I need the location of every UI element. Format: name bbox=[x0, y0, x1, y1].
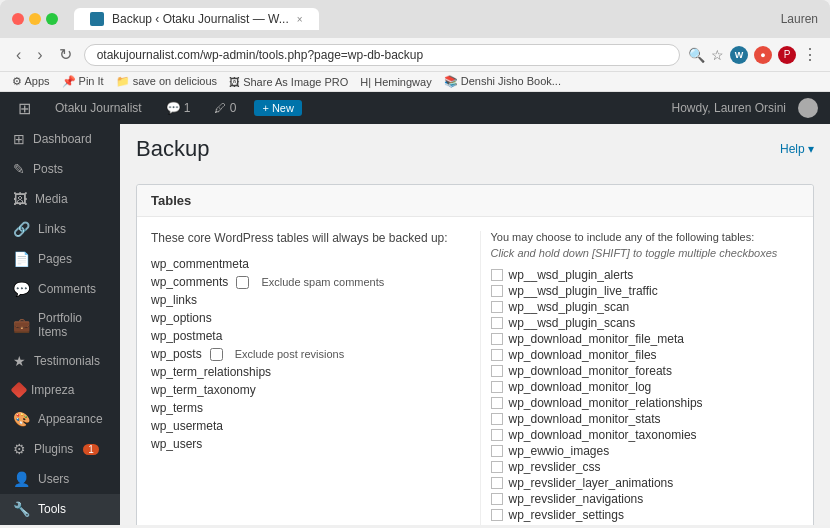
links-icon: 🔗 bbox=[13, 221, 30, 237]
table-row-postmeta: wp_postmeta bbox=[151, 327, 460, 345]
sidebar-item-dashboard[interactable]: ⊞ Dashboard bbox=[0, 124, 120, 154]
tables-content: These core WordPress tables will always … bbox=[137, 217, 813, 525]
sidebar-item-tools[interactable]: 🔧 Tools bbox=[0, 494, 120, 524]
wp-sidebar: ⊞ Dashboard ✎ Posts 🖼 Media 🔗 Links 📄 bbox=[0, 124, 120, 525]
address-bar[interactable]: otakujournalist.com/wp-admin/tools.php?p… bbox=[84, 44, 680, 66]
sidebar-label-users: Users bbox=[38, 472, 69, 486]
plugins-icon: ⚙ bbox=[13, 441, 26, 457]
tab-favicon bbox=[90, 12, 104, 26]
sidebar-item-media[interactable]: 🖼 Media bbox=[0, 184, 120, 214]
sidebar-sub-available-tools[interactable]: Available Tools bbox=[0, 524, 120, 525]
browser-dots bbox=[12, 13, 58, 25]
sidebar-item-testimonials[interactable]: ★ Testimonials bbox=[0, 346, 120, 376]
exclude-revisions-checkbox[interactable] bbox=[210, 348, 223, 361]
tab-label: Backup ‹ Otaku Journalist — W... bbox=[112, 12, 289, 26]
browser-window: Backup ‹ Otaku Journalist — W... × Laure… bbox=[0, 0, 830, 92]
admin-bar-site[interactable]: Otaku Journalist bbox=[49, 101, 148, 115]
address-text: otakujournalist.com/wp-admin/tools.php?p… bbox=[97, 48, 424, 62]
more-icon[interactable]: ⋮ bbox=[802, 45, 818, 64]
opt-table-row-5: wp_download_monitor_file_meta bbox=[491, 331, 800, 347]
extension-icon-1[interactable]: W bbox=[730, 46, 748, 64]
extension-icon-2[interactable]: ● bbox=[754, 46, 772, 64]
bookmark-delicious[interactable]: 📁 save on delicious bbox=[116, 75, 217, 88]
core-tables-section: These core WordPress tables will always … bbox=[151, 231, 480, 525]
opt-table-row-2: wp__wsd_plugin_live_traffic bbox=[491, 283, 800, 299]
refresh-button[interactable]: ↻ bbox=[55, 43, 76, 66]
opt-checkbox-12[interactable] bbox=[491, 445, 503, 457]
sidebar-label-dashboard: Dashboard bbox=[33, 132, 92, 146]
bookmark-pinit[interactable]: 📌 Pin It bbox=[62, 75, 104, 88]
sidebar-item-posts[interactable]: ✎ Posts bbox=[0, 154, 120, 184]
bookmarks-bar: ⚙ Apps 📌 Pin It 📁 save on delicious 🖼 Sh… bbox=[0, 72, 830, 92]
minimize-button[interactable] bbox=[29, 13, 41, 25]
browser-tab[interactable]: Backup ‹ Otaku Journalist — W... × bbox=[74, 8, 319, 30]
optional-tables-hint: Click and hold down [SHIFT] to toggle mu… bbox=[491, 247, 800, 259]
admin-bar-edit[interactable]: 🖊 0 bbox=[208, 101, 242, 115]
sidebar-item-appearance[interactable]: 🎨 Appearance bbox=[0, 404, 120, 434]
table-row-terms: wp_terms bbox=[151, 399, 460, 417]
opt-table-row-1: wp__wsd_plugin_alerts bbox=[491, 267, 800, 283]
opt-table-row-3: wp__wsd_plugin_scan bbox=[491, 299, 800, 315]
bookmark-denshi[interactable]: 📚 Denshi Jisho Book... bbox=[444, 75, 561, 88]
bookmark-apps[interactable]: ⚙ Apps bbox=[12, 75, 50, 88]
opt-checkbox-11[interactable] bbox=[491, 429, 503, 441]
opt-checkbox-1[interactable] bbox=[491, 269, 503, 281]
core-tables-desc: These core WordPress tables will always … bbox=[151, 231, 460, 245]
sidebar-label-appearance: Appearance bbox=[38, 412, 103, 426]
admin-bar-howdy[interactable]: Howdy, Lauren Orsini bbox=[672, 101, 787, 115]
bookmark-hemingway[interactable]: H| Hemingway bbox=[360, 76, 431, 88]
table-row-term-rel: wp_term_relationships bbox=[151, 363, 460, 381]
opt-table-row-6: wp_download_monitor_files bbox=[491, 347, 800, 363]
opt-checkbox-13[interactable] bbox=[491, 461, 503, 473]
opt-checkbox-4[interactable] bbox=[491, 317, 503, 329]
admin-bar-new[interactable]: + New bbox=[254, 100, 302, 116]
opt-checkbox-6[interactable] bbox=[491, 349, 503, 361]
sidebar-item-links[interactable]: 🔗 Links bbox=[0, 214, 120, 244]
wp-content: ⊞ Dashboard ✎ Posts 🖼 Media 🔗 Links 📄 bbox=[0, 124, 830, 525]
comments-icon: 💬 bbox=[13, 281, 30, 297]
opt-checkbox-3[interactable] bbox=[491, 301, 503, 313]
users-icon: 👤 bbox=[13, 471, 30, 487]
browser-toolbar: ‹ › ↻ otakujournalist.com/wp-admin/tools… bbox=[0, 38, 830, 72]
sidebar-item-portfolio[interactable]: 💼 Portfolio Items bbox=[0, 304, 120, 346]
sidebar-label-comments: Comments bbox=[38, 282, 96, 296]
sidebar-label-links: Links bbox=[38, 222, 66, 236]
search-icon[interactable]: 🔍 bbox=[688, 47, 705, 63]
toolbar-icons: 🔍 ☆ W ● P ⋮ bbox=[688, 45, 818, 64]
sidebar-item-impreza[interactable]: Impreza bbox=[0, 376, 120, 404]
maximize-button[interactable] bbox=[46, 13, 58, 25]
opt-checkbox-16[interactable] bbox=[491, 509, 503, 521]
opt-checkbox-7[interactable] bbox=[491, 365, 503, 377]
opt-checkbox-15[interactable] bbox=[491, 493, 503, 505]
table-row-posts: wp_posts Exclude post revisions bbox=[151, 345, 460, 363]
table-row-term-tax: wp_term_taxonomy bbox=[151, 381, 460, 399]
opt-table-row-15: wp_revslider_navigations bbox=[491, 491, 800, 507]
opt-table-row-9: wp_download_monitor_relationships bbox=[491, 395, 800, 411]
sidebar-item-plugins[interactable]: ⚙ Plugins 1 bbox=[0, 434, 120, 464]
opt-checkbox-14[interactable] bbox=[491, 477, 503, 489]
opt-checkbox-10[interactable] bbox=[491, 413, 503, 425]
opt-checkbox-5[interactable] bbox=[491, 333, 503, 345]
bookmark-shareimage[interactable]: 🖼 Share As Image PRO bbox=[229, 76, 348, 88]
forward-button[interactable]: › bbox=[33, 44, 46, 66]
opt-checkbox-2[interactable] bbox=[491, 285, 503, 297]
page-title: Backup bbox=[136, 136, 209, 162]
opt-checkbox-9[interactable] bbox=[491, 397, 503, 409]
close-button[interactable] bbox=[12, 13, 24, 25]
media-icon: 🖼 bbox=[13, 191, 27, 207]
back-button[interactable]: ‹ bbox=[12, 44, 25, 66]
admin-bar-avatar bbox=[798, 98, 818, 118]
tab-close-icon[interactable]: × bbox=[297, 14, 303, 25]
sidebar-label-impreza: Impreza bbox=[31, 383, 74, 397]
sidebar-item-pages[interactable]: 📄 Pages bbox=[0, 244, 120, 274]
tables-header: Tables bbox=[137, 185, 813, 217]
extension-icon-3[interactable]: P bbox=[778, 46, 796, 64]
exclude-spam-checkbox[interactable] bbox=[236, 276, 249, 289]
sidebar-item-comments[interactable]: 💬 Comments bbox=[0, 274, 120, 304]
tools-submenu: Available Tools Import Export Backup bbox=[0, 524, 120, 525]
admin-bar-comments[interactable]: 💬 1 bbox=[160, 101, 197, 115]
help-button[interactable]: Help ▾ bbox=[780, 142, 814, 156]
bookmark-icon[interactable]: ☆ bbox=[711, 47, 724, 63]
sidebar-item-users[interactable]: 👤 Users bbox=[0, 464, 120, 494]
opt-checkbox-8[interactable] bbox=[491, 381, 503, 393]
